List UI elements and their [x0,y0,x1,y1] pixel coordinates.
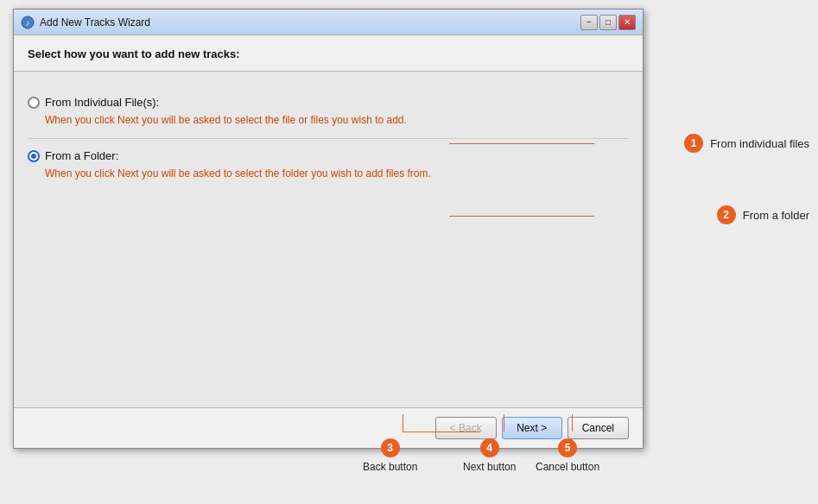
restore-button[interactable]: □ [599,15,617,30]
callout-badge-4: 4 [480,438,499,457]
annot-text-4: Next button [463,461,516,473]
radio-individual[interactable] [28,97,40,109]
radio-folder[interactable] [28,150,40,162]
bottom-annot-4: 4 Next button [463,438,516,473]
bottom-annot-5: 5 Cancel button [536,438,599,473]
callout-text-1: From individual files [710,137,809,150]
callout-badge-1: 1 [684,134,703,153]
option-individual-desc: When you click Next you will be asked to… [28,112,629,128]
callouts-area: 1 From individual files 2 From a folder [645,0,818,504]
next-annot-line [504,414,504,432]
cancel-annot-line [572,414,573,432]
option-individual-label: From Individual File(s): [45,96,159,109]
window-controls: − □ ✕ [580,15,636,30]
option-folder-desc: When you click Next you will be asked to… [28,166,629,181]
back-annot-horiz [403,432,480,432]
callout-badge-2: 2 [717,205,736,224]
bottom-annot-3: 3 Back button [363,438,417,473]
callout-badge-5: 5 [558,438,577,457]
wizard-icon: ♪ [21,16,35,29]
header-text: Select how you want to add new tracks: [28,47,240,60]
annot-text-5: Cancel button [536,461,599,473]
option-individual[interactable]: From Individual File(s): When you click … [28,85,629,139]
svg-text:♪: ♪ [26,18,30,28]
callout-1: 1 From individual files [684,134,809,153]
next-button[interactable]: Next > [502,417,562,439]
wizard-dialog: ♪ Add New Tracks Wizard − □ ✕ Select how… [13,9,644,449]
options-area: From Individual File(s): When you click … [14,72,643,407]
callout-badge-3: 3 [381,438,400,457]
dialog-body: Select how you want to add new tracks: F… [14,35,643,407]
option-folder[interactable]: From a Folder: When you click Next you w… [28,139,629,192]
back-button[interactable]: < Back [435,417,497,439]
minimize-button[interactable]: − [580,15,598,30]
cancel-button[interactable]: Cancel [568,417,629,439]
callout-2: 2 From a folder [717,205,809,224]
dialog-header: Select how you want to add new tracks: [14,35,643,72]
window-title: Add New Tracks Wizard [40,16,580,28]
radio-dot [31,154,36,159]
close-button[interactable]: ✕ [618,15,636,30]
annot-text-3: Back button [363,461,417,473]
title-bar: ♪ Add New Tracks Wizard − □ ✕ [14,9,643,35]
back-annot-line [403,414,403,432]
option-folder-label: From a Folder: [45,149,118,162]
callout-text-2: From a folder [743,209,809,222]
